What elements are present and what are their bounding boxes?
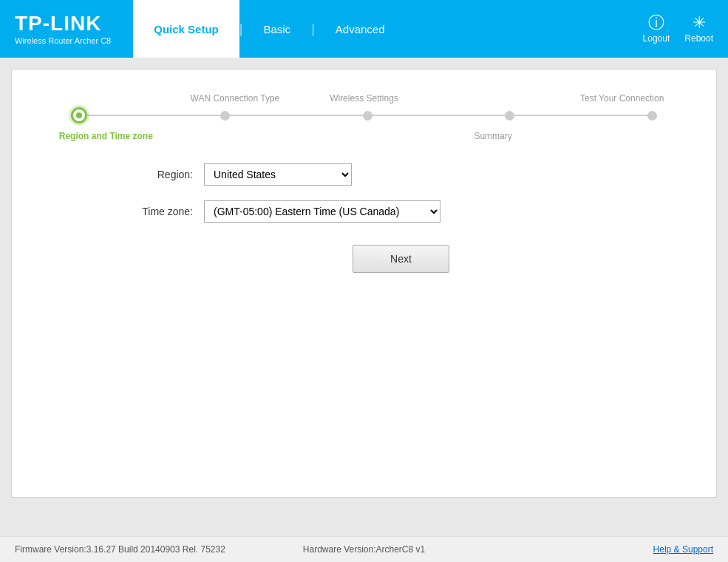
tab-quick-setup[interactable]: Quick Setup [133, 0, 239, 58]
footer-hardware: Hardware Version:ArcherC8 v1 [248, 544, 480, 555]
region-label: Region: [115, 169, 204, 180]
region-row: Region: United States Canada United King… [115, 163, 687, 186]
step-bottom-label-1: Region and Time zone [59, 131, 153, 141]
form-area: Region: United States Canada United King… [41, 149, 687, 295]
timezone-select[interactable]: (GMT-12:00) International Date Line West… [204, 200, 440, 223]
step-dot-3 [363, 111, 372, 121]
timezone-row: Time zone: (GMT-12:00) International Dat… [115, 200, 687, 223]
step-top-label-3: Wireless Settings [330, 93, 398, 104]
button-row: Next [115, 245, 687, 273]
tab-advanced[interactable]: Advanced [315, 0, 406, 58]
tab-basic[interactable]: Basic [242, 0, 311, 58]
wizard-steps: WAN Connection Type Wireless Settings Te… [41, 92, 687, 141]
logo-area: TP-LINK Wireless Router Archer C8 [15, 13, 111, 45]
logout-icon: ⓘ [648, 15, 664, 31]
step-dot-4 [505, 111, 514, 121]
header: TP-LINK Wireless Router Archer C8 Quick … [0, 0, 728, 58]
hardware-version: Hardware Version:ArcherC8 v1 [303, 544, 425, 555]
reboot-button[interactable]: ✳ Reboot [684, 15, 713, 44]
step-dot-2 [220, 111, 230, 121]
reboot-label: Reboot [684, 33, 713, 44]
reboot-icon: ✳ [693, 15, 706, 31]
header-actions: ⓘ Logout ✳ Reboot [643, 15, 713, 44]
footer-firmware: Firmware Version:3.16.27 Build 20140903 … [15, 544, 248, 555]
firmware-version: Firmware Version:3.16.27 Build 20140903 … [15, 544, 225, 555]
step-top-label-5: Test Your Connection [580, 93, 664, 104]
footer: Firmware Version:3.16.27 Build 20140903 … [0, 536, 728, 562]
step-top-label-2: WAN Connection Type [191, 93, 280, 104]
logout-label: Logout [643, 33, 670, 44]
timezone-label: Time zone: [115, 206, 204, 217]
next-button[interactable]: Next [353, 245, 449, 273]
step-dot-1 [71, 107, 87, 123]
region-select[interactable]: United States Canada United Kingdom Aust… [204, 163, 352, 186]
main-wrapper: WAN Connection Type Wireless Settings Te… [0, 58, 728, 536]
step-dot-5 [647, 111, 657, 121]
content-box: WAN Connection Type Wireless Settings Te… [11, 69, 717, 498]
footer-help: Help & Support [480, 544, 713, 555]
logout-button[interactable]: ⓘ Logout [643, 15, 670, 44]
step-bottom-label-4: Summary [474, 131, 511, 141]
device-name: Wireless Router Archer C8 [15, 36, 111, 45]
logo: TP-LINK [15, 13, 111, 34]
nav-tabs: Quick Setup | Basic | Advanced [133, 0, 642, 58]
help-support-link[interactable]: Help & Support [653, 544, 713, 555]
